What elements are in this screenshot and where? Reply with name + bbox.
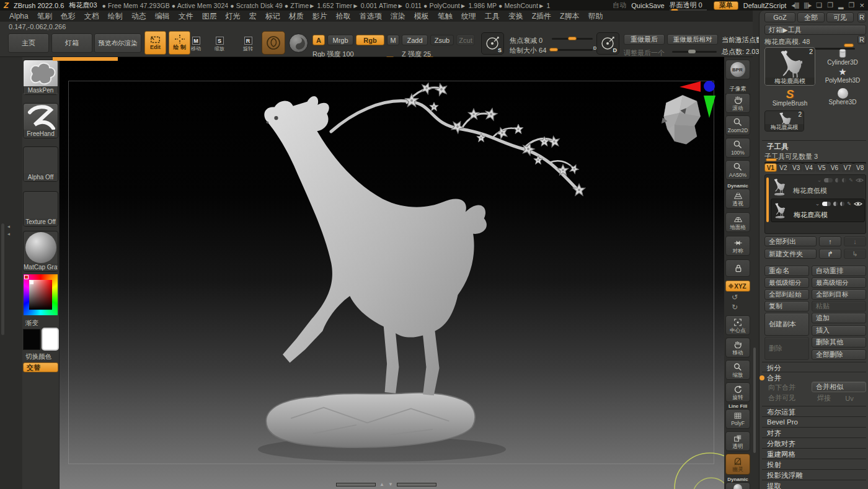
zoom-canvas-button[interactable]: 缩放 bbox=[725, 360, 750, 380]
menu-render[interactable]: 渲染 bbox=[386, 11, 410, 22]
close-button[interactable]: × bbox=[859, 1, 864, 10]
secondary-color-swatch[interactable] bbox=[42, 328, 59, 351]
floor-button[interactable]: 地面格 bbox=[725, 212, 750, 232]
brush-mini-icon[interactable]: ✎ bbox=[847, 201, 851, 207]
brush-mini-icon[interactable]: ✎ bbox=[849, 177, 853, 183]
visible-button[interactable]: 可见 bbox=[826, 12, 854, 22]
bevelpro-section-header[interactable]: Bevel Pro bbox=[762, 416, 866, 426]
persp-button[interactable]: 透视 bbox=[725, 189, 750, 209]
merge-visible-button[interactable]: 合并可见 bbox=[764, 393, 809, 403]
menu-texture[interactable]: 纹理 bbox=[457, 11, 480, 22]
half-toggle-icon[interactable] bbox=[833, 202, 838, 206]
actual-size-button[interactable]: 100% bbox=[725, 138, 750, 158]
menu-brush[interactable]: 笔刷 bbox=[33, 11, 56, 22]
restore-button[interactable]: ❐ bbox=[849, 1, 855, 9]
color-picker[interactable] bbox=[24, 274, 58, 315]
tab-v4[interactable]: V4 bbox=[803, 163, 815, 172]
list-all-button[interactable]: 全部列出 bbox=[764, 236, 817, 246]
menu-button[interactable]: 菜单 bbox=[714, 1, 738, 10]
scatter-align-section-header[interactable]: 分散对齐 bbox=[762, 437, 866, 449]
rotate-canvas-button[interactable]: 旋转 bbox=[725, 382, 750, 402]
subtool-down-button[interactable]: ↓ bbox=[844, 236, 866, 246]
canvas-viewport[interactable]: ▲ ▼ bbox=[60, 57, 724, 489]
local-symmetry-button[interactable]: 对称 bbox=[725, 236, 750, 256]
menu-preferences[interactable]: 首选项 bbox=[355, 11, 386, 22]
texture-thumb[interactable]: Texture Off bbox=[23, 191, 58, 227]
aahalf-button[interactable]: AA50% bbox=[725, 160, 750, 180]
goz-r-button[interactable]: R bbox=[857, 12, 866, 22]
tab-v2[interactable]: V2 bbox=[777, 163, 790, 172]
toggle-pill-icon[interactable] bbox=[824, 178, 833, 182]
main-color-swatch[interactable] bbox=[23, 329, 40, 350]
tab-v6[interactable]: V6 bbox=[828, 163, 841, 172]
axis-widget[interactable] bbox=[680, 79, 722, 123]
menu-dynamics[interactable]: 动态 bbox=[127, 11, 151, 22]
extract-section-header[interactable]: 提取 bbox=[762, 480, 866, 489]
scroll-button[interactable]: 滚动 bbox=[725, 93, 750, 113]
ui-opacity-slider[interactable]: 界面透明 0 bbox=[670, 1, 702, 10]
toggle-pill-icon[interactable] bbox=[822, 202, 831, 206]
rgb-button[interactable]: Rgb bbox=[356, 35, 384, 45]
subtool-item-high[interactable]: ⌄ ✎ 梅花鹿高模 bbox=[771, 199, 865, 222]
draw-size-slider[interactable]: 绘制大小 64 Dynamic bbox=[510, 44, 594, 55]
current-brush-button[interactable] bbox=[262, 31, 285, 55]
auto-reorder-button[interactable]: 自动重排 bbox=[812, 266, 866, 276]
weld-button[interactable]: 焊接 bbox=[812, 393, 836, 403]
edit-button[interactable]: Edit bbox=[144, 31, 166, 55]
tool-polymesh3d[interactable]: ★ PolyMesh3D bbox=[819, 67, 866, 86]
alt-color-button[interactable]: 交替 bbox=[23, 362, 58, 372]
menu-document[interactable]: 文档 bbox=[80, 11, 104, 22]
tab-v3[interactable]: V3 bbox=[790, 163, 802, 172]
subtool-item-low[interactable]: ⌄ ✎ 梅花鹿低模 bbox=[771, 176, 865, 197]
sv-square[interactable] bbox=[29, 280, 52, 310]
rename-button[interactable]: 重命名 bbox=[764, 266, 809, 276]
left-collapse-icon[interactable]: ▲ bbox=[6, 225, 11, 229]
merge-down-button[interactable]: 向下合并 bbox=[764, 382, 809, 392]
bottom-tray-toggle[interactable]: ▲ ▼ bbox=[336, 482, 436, 487]
duplicate-button[interactable]: 创建副本 bbox=[764, 313, 809, 336]
menu-transform[interactable]: 变换 bbox=[504, 11, 528, 22]
copy-button[interactable]: 复制 bbox=[764, 301, 809, 312]
tool-thumb-small[interactable]: 2 梅花鹿高模 bbox=[764, 110, 804, 132]
lowest-subdiv-button[interactable]: 最低级细分 bbox=[764, 277, 809, 288]
gradient-label[interactable]: 渐变 bbox=[25, 319, 38, 328]
tool-thumb-active[interactable]: 2 梅花鹿高模 bbox=[764, 47, 815, 86]
home-button[interactable]: 主页 bbox=[8, 34, 49, 53]
stroke-picker-button[interactable]: S bbox=[481, 32, 504, 55]
menu-file[interactable]: 文件 bbox=[174, 11, 198, 22]
frame-button[interactable]: 中心点 bbox=[725, 315, 750, 335]
lightbox-button[interactable]: 灯箱 bbox=[51, 34, 92, 53]
bpr-button[interactable]: BPR bbox=[725, 60, 750, 79]
switch-color-label[interactable]: 切换颜色 bbox=[25, 352, 51, 361]
append-button[interactable]: 追加 bbox=[812, 313, 866, 323]
current-brush-thumb[interactable]: MaskPen bbox=[23, 60, 58, 95]
current-stroke-button[interactable] bbox=[289, 34, 308, 53]
align-section-header[interactable]: 对齐 bbox=[762, 427, 866, 438]
menu-light[interactable]: 灯光 bbox=[221, 11, 245, 22]
tool-simplebrush[interactable]: S SimpleBrush bbox=[764, 88, 815, 108]
shallow-relief-section-header[interactable]: 投影浅浮雕 bbox=[762, 469, 866, 480]
rotate-y-icon[interactable]: ↺ bbox=[732, 293, 738, 302]
menu-movie[interactable]: 影片 bbox=[308, 11, 332, 22]
tool-cylinder3d[interactable]: Cylinder3D bbox=[819, 47, 866, 66]
merge-similar-button[interactable]: 合并相似 bbox=[812, 382, 866, 392]
menu-marker[interactable]: 标记 bbox=[261, 11, 285, 22]
menu-tool[interactable]: 工具 bbox=[480, 11, 504, 22]
boolean-section-header[interactable]: 布尔运算 bbox=[762, 406, 866, 417]
zoom2d-button[interactable]: Zoom2D bbox=[725, 115, 750, 135]
new-folder-button[interactable]: 新建文件夹 bbox=[764, 249, 817, 259]
lock-camera-button[interactable] bbox=[725, 259, 750, 277]
menu-zscript[interactable]: Z脚本 bbox=[556, 11, 583, 22]
menu-alpha[interactable]: Alpha bbox=[5, 12, 33, 20]
all-to-start-button[interactable]: 全部到起始 bbox=[764, 289, 809, 300]
zadd-button[interactable]: Zadd bbox=[402, 35, 428, 45]
window-layout2-icon[interactable]: ❐ bbox=[827, 1, 833, 9]
tab-v1[interactable]: V1 bbox=[764, 163, 777, 172]
subtool-visible-count-slider[interactable]: 子工具可见数量 3 bbox=[764, 150, 866, 164]
delete-button[interactable]: 删除 bbox=[764, 337, 809, 360]
left-collapse2-icon[interactable]: ▲ bbox=[6, 232, 11, 236]
all-to-target-button[interactable]: 全部到目标 bbox=[812, 289, 866, 300]
lightbox-tool-button[interactable]: 灯箱▶工具 bbox=[764, 25, 866, 35]
zsub-button[interactable]: Zsub bbox=[430, 35, 454, 45]
tool-sphere3d[interactable]: Sphere3D bbox=[819, 88, 866, 108]
